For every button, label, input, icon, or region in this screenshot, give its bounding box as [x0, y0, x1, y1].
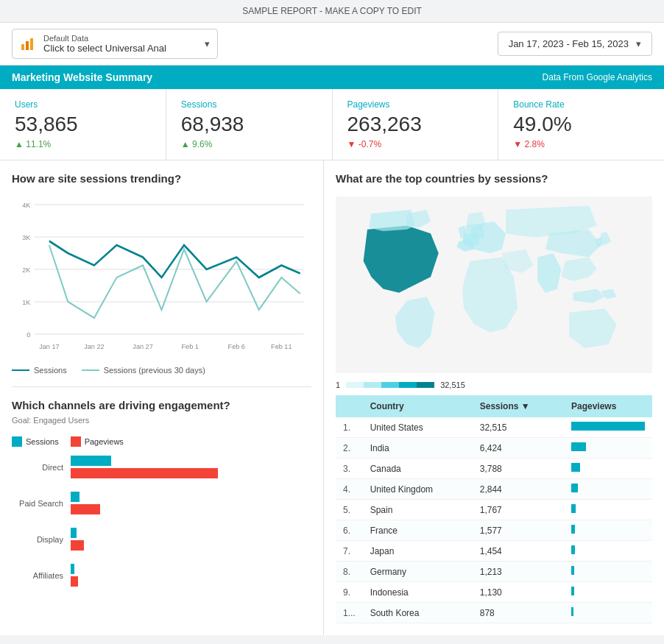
row-pageviews-bar — [564, 438, 652, 459]
row-country: India — [363, 438, 473, 459]
paid-pageviews-bar — [71, 504, 311, 514]
row-sessions: 1,454 — [473, 541, 564, 562]
legend-sessions-prev-label: Sessions (previous 30 days) — [104, 366, 205, 375]
row-pageviews-bar — [564, 417, 652, 438]
legend-sessions-prev: Sessions (previous 30 days) — [82, 366, 205, 375]
svg-text:4K: 4K — [22, 201, 31, 209]
svg-rect-0 — [21, 44, 24, 50]
pageview-bar-fill — [571, 607, 573, 616]
row-num: 5. — [336, 500, 363, 520]
data-selector-label: Default Data — [43, 34, 199, 43]
pageview-bar-fill — [571, 463, 580, 472]
table-row: 9. Indonesia 1,130 — [336, 582, 652, 603]
metric-users-label: Users — [15, 99, 151, 110]
channel-paid-label: Paid Search — [12, 499, 71, 508]
row-num: 1. — [336, 417, 363, 438]
metric-pageviews: Pageviews 263,263 -0.7% — [333, 89, 499, 160]
channel-affiliates-bars — [71, 564, 311, 587]
col-pageviews[interactable]: Pageviews — [564, 395, 652, 417]
left-panel: How are site sessions trending? 4K 3K 2K… — [0, 160, 324, 635]
affiliates-pageviews-fill — [71, 576, 78, 587]
pageview-bar-fill — [571, 587, 574, 595]
col-country[interactable]: Country — [363, 395, 473, 417]
metric-pageviews-value: 263,263 — [347, 113, 484, 136]
top-bar: SAMPLE REPORT - MAKE A COPY TO EDIT — [0, 0, 664, 23]
affiliates-sessions-fill — [71, 564, 74, 574]
svg-rect-2 — [30, 38, 33, 50]
direct-pageviews-bar — [71, 468, 311, 478]
row-num: 7. — [336, 541, 363, 562]
date-selector-arrow: ▾ — [636, 38, 641, 49]
direct-sessions-bar — [71, 456, 311, 466]
legend-pageviews-bar: Pageviews — [71, 436, 124, 447]
row-country: France — [363, 520, 473, 541]
channel-paid-bars — [71, 492, 311, 514]
svg-text:Jan 22: Jan 22 — [84, 342, 104, 350]
channel-chart-title: Which channels are driving engagement? — [12, 399, 311, 411]
metric-users-value: 53,865 — [15, 113, 151, 136]
row-pageviews-bar — [564, 582, 652, 603]
svg-text:Feb 6: Feb 6 — [228, 342, 245, 350]
display-pageviews-fill — [71, 540, 84, 551]
row-pageviews-bar — [564, 603, 652, 623]
legend-pageviews-bar-label: Pageviews — [85, 437, 124, 446]
channel-legend: Sessions Pageviews — [12, 436, 311, 447]
map-title: What are the top countries by sessions? — [336, 172, 652, 185]
direct-pageviews-fill — [71, 468, 218, 478]
svg-text:2K: 2K — [22, 266, 31, 274]
metric-users-change: 11.1% — [15, 139, 151, 149]
table-row: 7. Japan 1,454 — [336, 541, 652, 562]
country-table: Country Sessions ▼ Pageviews 1. United S… — [336, 395, 652, 623]
row-country: Canada — [363, 459, 473, 479]
metric-pageviews-label: Pageviews — [347, 99, 484, 110]
row-num: 6. — [336, 520, 363, 541]
metric-users: Users 53,865 11.1% — [0, 89, 166, 160]
row-sessions: 1,130 — [473, 582, 564, 603]
row-country: Japan — [363, 541, 473, 562]
legend-line-dark — [12, 369, 29, 371]
col-sessions[interactable]: Sessions ▼ — [473, 395, 564, 417]
scale-max: 32,515 — [440, 381, 465, 389]
legend-sessions-bar: Sessions — [12, 436, 59, 447]
row-pageviews-bar — [564, 541, 652, 562]
world-map-svg — [336, 197, 652, 373]
map-scale: 1 32,515 — [336, 381, 652, 389]
row-num: 3. — [336, 459, 363, 479]
pageview-bar-fill — [571, 525, 575, 534]
row-sessions: 3,788 — [473, 459, 564, 479]
panel-divider — [12, 386, 311, 387]
row-country: Indonesia — [363, 582, 473, 603]
scale-bar — [346, 382, 434, 388]
table-row: 1... South Korea 878 — [336, 603, 652, 623]
row-country: South Korea — [363, 603, 473, 623]
metric-sessions-value: 68,938 — [181, 113, 317, 136]
data-selector-value: Click to select Universal Anal — [43, 43, 199, 54]
row-country: Germany — [363, 562, 473, 582]
table-row: 3. Canada 3,788 — [336, 459, 652, 479]
section-subtitle: Data From Google Analytics — [543, 72, 652, 82]
legend-pageviews-color — [71, 436, 81, 447]
channel-goal: Goal: Engaged Users — [12, 416, 311, 425]
table-row: 8. Germany 1,213 — [336, 562, 652, 582]
channel-direct-bars — [71, 456, 311, 478]
trend-chart: 4K 3K 2K 1K 0 Jan 17 Jan 22 Jan 27 Feb 1… — [12, 197, 311, 358]
channel-affiliates: Affiliates — [12, 564, 311, 587]
row-pageviews-bar — [564, 479, 652, 500]
col-num — [336, 395, 363, 417]
channel-direct-label: Direct — [12, 463, 71, 472]
metric-bounce-label: Bounce Rate — [513, 99, 649, 110]
table-row: 6. France 1,577 — [336, 520, 652, 541]
pageview-bar-fill — [571, 442, 586, 451]
right-panel: What are the top countries by sessions? — [324, 160, 664, 635]
section-header: Marketing Website Summary Data From Goog… — [0, 66, 664, 89]
row-sessions: 32,515 — [473, 417, 564, 438]
direct-sessions-fill — [71, 456, 111, 466]
legend-sessions-label: Sessions — [34, 366, 67, 375]
table-row: 5. Spain 1,767 — [336, 500, 652, 520]
date-selector[interactable]: Jan 17, 2023 - Feb 15, 2023 ▾ — [498, 32, 652, 56]
top-bar-text: SAMPLE REPORT - MAKE A COPY TO EDIT — [242, 6, 422, 16]
data-selector[interactable]: Default Data Click to select Universal A… — [12, 29, 218, 59]
affiliates-pageviews-bar — [71, 576, 311, 587]
row-num: 1... — [336, 603, 363, 623]
metric-bounce: Bounce Rate 49.0% 2.8% — [498, 89, 664, 160]
